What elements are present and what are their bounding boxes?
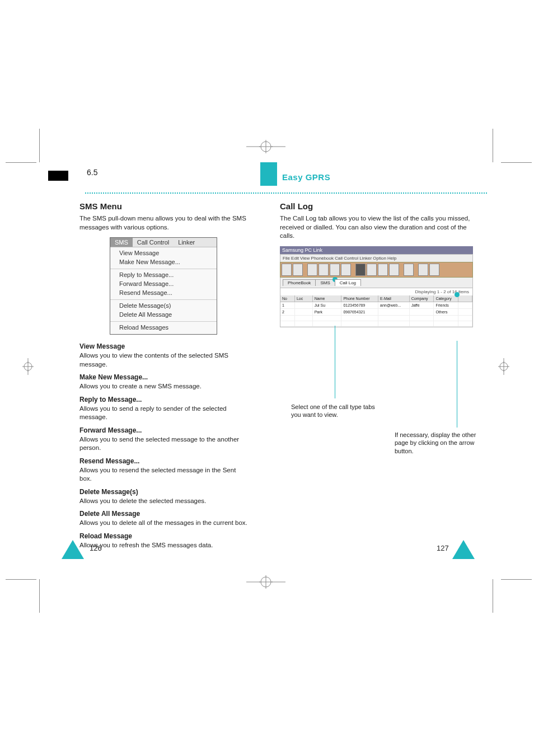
opt-reload-body: Allows you to refresh the SMS messages d…	[79, 541, 247, 550]
cell-loc	[295, 302, 313, 309]
opt-resend-body: Allows you to resend the selected messag…	[79, 466, 247, 483]
cell-company: Jaffe	[410, 302, 434, 309]
right-column: Call Log The Call Log tab allows you to …	[280, 201, 479, 331]
app-menubar[interactable]: File Edit View Phonebook Call Control Li…	[280, 254, 473, 262]
running-head: Easy GPRS	[282, 172, 330, 182]
opt-del-title: Delete Message(s)	[79, 488, 247, 496]
menu-item-make-new-message[interactable]: Make New Message...	[110, 257, 217, 266]
menu-item-reply[interactable]: Reply to Message...	[110, 270, 217, 279]
grid-row-empty	[280, 321, 472, 327]
crop-mark	[39, 129, 40, 162]
cell-category: Friends	[434, 302, 458, 309]
cell-email	[378, 309, 410, 316]
page-spread: 6.5 Easy GPRS SMS Menu The SMS pull-down…	[45, 168, 487, 571]
toolbar-button[interactable]	[404, 264, 414, 276]
callout-marker-b	[455, 292, 460, 297]
col-company[interactable]: Company	[410, 295, 434, 302]
menu-item-view-message[interactable]: View Message	[110, 248, 217, 257]
crop-mark	[39, 579, 40, 613]
cell-name: Jul Su	[313, 302, 342, 309]
cell-phone: 0987654321	[341, 309, 378, 316]
chapter-marker	[48, 171, 68, 181]
opt-resend-title: Resend Message...	[79, 457, 247, 465]
page-number-left: 126	[90, 544, 102, 552]
col-no[interactable]: No	[280, 295, 295, 302]
cell-company	[410, 309, 434, 316]
call-log-grid: No Loc Name Phone Number E-Mail Company …	[280, 295, 473, 327]
col-loc[interactable]: Loc	[295, 295, 313, 302]
opt-make-title: Make New Message...	[79, 373, 247, 381]
toolbar-prev-button[interactable]	[418, 264, 428, 276]
registration-mark	[493, 358, 515, 375]
toolbar-button[interactable]	[341, 264, 351, 276]
col-phone[interactable]: Phone Number	[341, 295, 378, 302]
call-log-intro: The Call Log tab allows you to view the …	[280, 214, 479, 241]
registration-mark	[17, 358, 39, 375]
toolbar-button[interactable]	[307, 264, 317, 276]
page-triangle-right	[452, 540, 475, 559]
col-end	[458, 295, 472, 302]
app-screenshot: Samsung PC Link File Edit View Phonebook…	[280, 246, 473, 327]
grid-row-empty	[280, 316, 472, 321]
cell-name: Park	[313, 309, 342, 316]
menu-item-resend[interactable]: Resend Message...	[110, 288, 217, 297]
grid-row[interactable]: 2 Park 0987654321 Others	[280, 309, 472, 316]
col-email[interactable]: E-Mail	[378, 295, 410, 302]
cell-loc	[295, 309, 313, 316]
cell-phone: 0123456789	[341, 302, 378, 309]
callout-text-b: If necessary, display the other page by …	[395, 431, 484, 455]
crop-mark	[6, 162, 36, 163]
opt-reload-title: Reload Message	[79, 532, 247, 540]
sms-menu-heading: SMS Menu	[79, 201, 247, 211]
toolbar-button[interactable]	[293, 264, 303, 276]
menu-item-reload[interactable]: Reload Messages	[110, 323, 217, 332]
opt-del-body: Allows you to delete the selected messag…	[79, 497, 247, 506]
window-title-bar: Samsung PC Link	[280, 246, 473, 254]
opt-view-title: View Message	[79, 342, 247, 350]
opt-fwd-title: Forward Message...	[79, 426, 247, 434]
section-number: 6.5	[87, 168, 97, 177]
cell-no: 1	[280, 302, 295, 309]
toolbar-button[interactable]	[355, 264, 366, 276]
page-triangle-left	[62, 540, 84, 559]
tab-call-log[interactable]: Call Log	[335, 279, 361, 286]
opt-delall-title: Delete All Message	[79, 510, 247, 518]
opt-view-body: Allows you to view the contents of the s…	[79, 351, 247, 369]
toolbar-button[interactable]	[378, 264, 388, 276]
toolbar-button[interactable]	[330, 264, 340, 276]
registration-mark	[246, 574, 285, 590]
opt-make-body: Allows you to create a new SMS message.	[79, 382, 247, 391]
grid-row[interactable]: 1 Jul Su 0123456789 ann@web... Jaffe Fri…	[280, 302, 472, 309]
cell-category: Others	[434, 309, 458, 316]
crop-mark	[493, 129, 493, 162]
opt-delall-body: Allows you to delete all of the messages…	[79, 519, 247, 528]
menu-item-forward[interactable]: Forward Message...	[110, 279, 217, 288]
callout-leader-b	[457, 341, 457, 428]
toolbar-button[interactable]	[318, 264, 329, 276]
cell-email: ann@web...	[378, 302, 410, 309]
toolbar-button[interactable]	[367, 264, 377, 276]
main-tabs: PhoneBook SMS Call Log	[280, 278, 473, 288]
app-toolbar	[280, 262, 473, 278]
menu-item-delete[interactable]: Delete Message(s)	[110, 301, 217, 310]
col-name[interactable]: Name	[313, 295, 342, 302]
menu-tab-sms[interactable]: SMS	[110, 238, 133, 247]
section-divider	[85, 192, 487, 194]
menu-tab-linker[interactable]: Linker	[174, 238, 199, 247]
menu-tab-call-control[interactable]: Call Control	[133, 238, 174, 247]
toolbar-next-button[interactable]	[429, 264, 439, 276]
crop-mark	[501, 162, 532, 163]
cell-end	[458, 302, 472, 309]
toolbar-button[interactable]	[282, 264, 292, 276]
registration-mark	[246, 138, 285, 155]
crop-mark	[493, 579, 493, 613]
tab-phonebook[interactable]: PhoneBook	[283, 279, 316, 286]
menu-item-delete-all[interactable]: Delete All Message	[110, 310, 217, 319]
opt-fwd-body: Allows you to send the selected message …	[79, 435, 247, 453]
cell-end	[458, 309, 472, 316]
toolbar-button[interactable]	[389, 264, 399, 276]
callout-leader-a	[335, 326, 335, 398]
sms-menu-intro: The SMS pull-down menu allows you to dea…	[79, 214, 247, 232]
dropdown-menu: View Message Make New Message... Reply t…	[110, 247, 217, 334]
left-column: SMS Menu The SMS pull-down menu allows y…	[79, 201, 247, 554]
